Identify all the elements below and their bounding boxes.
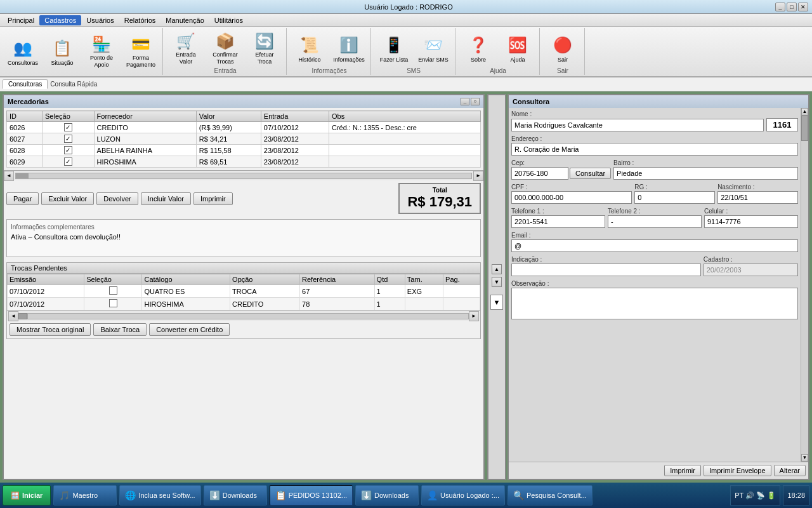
taskbar-pedidos[interactable]: 📋 PEDIDOS 13102... [270, 485, 353, 505]
taskbar-usuario[interactable]: 👤 Usuário Logado :... [421, 485, 505, 505]
trocas-scroll-left[interactable]: ◄ [8, 311, 18, 321]
tool-consultoras[interactable]: 👥 Consultoras [4, 32, 42, 70]
trocas-scroll-track[interactable] [27, 313, 469, 319]
imprimir-envelope-button[interactable]: Imprimir Envelope [704, 465, 771, 476]
cell-selecao[interactable] [43, 133, 95, 145]
tool-entrada-valor[interactable]: 🛒 Entrada Valor [167, 29, 205, 67]
row-checkbox[interactable] [64, 146, 72, 154]
trocas-scroll-thumb[interactable] [18, 313, 27, 319]
right-scroll-bar[interactable]: ▲ ▼ [801, 108, 808, 462]
celular-input[interactable] [704, 215, 798, 228]
tool-enviar-sms[interactable]: 📨 Enviar SMS [414, 29, 452, 67]
pagar-button[interactable]: Pagar [6, 192, 39, 205]
cell-selecao[interactable] [43, 156, 95, 168]
tool-sobre[interactable]: ❓ Sobre [459, 29, 497, 67]
scroll-track-bar[interactable] [801, 116, 808, 454]
nascimento-input[interactable] [717, 191, 798, 204]
menu-manutencao[interactable]: Utilitários [209, 15, 248, 25]
scroll-track[interactable] [15, 173, 472, 179]
scroll-right[interactable]: ► [473, 171, 483, 181]
cell-selecao[interactable] [43, 145, 95, 156]
menu-utilitarios[interactable] [248, 19, 258, 22]
endereco-input[interactable] [511, 143, 798, 156]
panel-minimize[interactable]: _ [461, 98, 469, 105]
menu-cadastros[interactable]: Usuários [81, 15, 119, 25]
scroll-down-btn[interactable]: ▼ [801, 454, 808, 462]
menu-principal[interactable]: Cadastros [39, 15, 81, 25]
imprimir-button[interactable]: Imprimir [193, 192, 233, 205]
scroll-left[interactable]: ◄ [4, 171, 14, 181]
tool-ajuda[interactable]: 🆘 Ajuda [499, 29, 537, 67]
rg-input[interactable] [634, 191, 715, 204]
maximize-btn[interactable]: □ [787, 3, 797, 11]
table-row[interactable]: 6028 ABELHA RAINHA R$ 115,58 23/08/2012 [7, 145, 481, 156]
tel2-input[interactable] [608, 215, 702, 228]
panel-restore[interactable]: ○ [471, 98, 480, 105]
taskbar-softw[interactable]: 🌐 Inclua seu Softw... [119, 485, 200, 505]
tool-fazer-lista[interactable]: 📱 Fazer Lista [375, 29, 413, 67]
imprimir-consultora-button[interactable]: Imprimir [664, 465, 701, 476]
tool-informacoes[interactable]: ℹ️ Informações [330, 29, 368, 67]
table-row[interactable]: 6029 HIROSHIMA R$ 69,51 23/08/2012 [7, 156, 481, 168]
menu-atalhos[interactable]: Principal [3, 15, 39, 25]
trocas-scroll[interactable]: ◄ ► [7, 311, 480, 321]
converter-button[interactable]: Converter em Crédito [149, 323, 230, 336]
troca-checkbox[interactable] [109, 286, 117, 295]
excluir-button[interactable]: Excluir Valor [41, 192, 94, 205]
menu-relatorios[interactable]: Manutenção [160, 15, 209, 25]
taskbar-downloads2[interactable]: ⬇️ Downloads [355, 485, 419, 505]
baixar-troca-button[interactable]: Baixar Troca [93, 323, 147, 336]
cell-selecao[interactable] [43, 122, 95, 133]
row-checkbox[interactable] [64, 157, 72, 166]
cpf-input[interactable] [511, 191, 632, 204]
tool-sair[interactable]: 🔴 Sair [544, 29, 582, 67]
table-row[interactable]: 6027 LUZON R$ 34,21 23/08/2012 [7, 133, 481, 145]
devolver-button[interactable]: Devolver [96, 192, 138, 205]
bairro-input[interactable] [613, 167, 798, 180]
tel1-input[interactable] [511, 215, 605, 228]
start-button[interactable]: 🪟 Iniciar [3, 485, 51, 505]
lang-label: PT [735, 491, 743, 499]
trow-selecao[interactable] [84, 298, 142, 311]
close-btn[interactable]: ✕ [798, 3, 808, 11]
email-input[interactable] [511, 239, 798, 252]
taskbar-maestro[interactable]: 🎵 Maestro [53, 485, 117, 505]
menu-usuarios[interactable]: Relatórios [119, 15, 161, 25]
trow-selecao[interactable] [84, 285, 142, 298]
troca-checkbox[interactable] [109, 299, 117, 307]
scroll-up-btn[interactable]: ▲ [801, 108, 808, 116]
nav-down-btn[interactable]: ▼ [492, 277, 502, 287]
trocas-row[interactable]: 07/10/2012 QUATRO ES TROCA 67 1 EXG [8, 285, 480, 298]
incluir-button[interactable]: Incluir Valor [141, 192, 191, 205]
consultora-panel: Consultora Nome : 1161 Endereço : [508, 94, 809, 480]
dropdown-small[interactable]: ▼ [490, 295, 503, 310]
entrada-valor-icon: 🛒 [174, 31, 197, 51]
sub-tab-consultoras[interactable]: Consultoras [3, 79, 48, 89]
indicacao-input[interactable] [511, 264, 701, 276]
tool-confirmar-trocas[interactable]: 📦 Confirmar Trocas [206, 29, 244, 67]
scroll-thumb[interactable] [801, 116, 808, 141]
alterar-button[interactable]: Alterar [774, 465, 806, 476]
trocas-scroll-right[interactable]: ► [469, 311, 479, 321]
consultar-button[interactable]: Consultar [570, 168, 611, 179]
minimize-btn[interactable]: _ [775, 3, 785, 11]
tool-historico[interactable]: 📜 Histórico [291, 29, 329, 67]
tool-ponto-apoio[interactable]: 🏪 Ponto de Apoio [82, 32, 121, 70]
tool-efetuar-troca[interactable]: 🔄 Efetuar Troca [246, 29, 284, 67]
row-checkbox[interactable] [64, 123, 72, 131]
taskbar-pesquisa[interactable]: 🔍 Pesquisa Consult... [508, 485, 593, 505]
obs-textarea[interactable] [511, 288, 798, 319]
obs-label: Observação : [511, 280, 798, 287]
tool-forma-pagamento[interactable]: 💳 Forma Pagamento [122, 32, 160, 70]
nav-up-btn[interactable]: ▲ [492, 264, 502, 274]
tool-situacao[interactable]: 📋 Situação [43, 32, 81, 70]
mostrar-troca-button[interactable]: Mostrar Troca original [10, 323, 91, 336]
h-scroll[interactable]: ◄ ► [4, 170, 483, 180]
table-row[interactable]: 6026 CREDITO (R$ 39,99) 07/10/2012 Créd.… [7, 122, 481, 133]
taskbar-downloads1[interactable]: ⬇️ Downloads [204, 485, 267, 505]
cep-input[interactable] [511, 167, 568, 180]
nome-input[interactable] [511, 119, 764, 131]
trocas-row[interactable]: 07/10/2012 HIROSHIMA CREDITO 78 1 [8, 298, 480, 311]
row-checkbox[interactable] [64, 135, 72, 143]
cadastro-input[interactable] [704, 264, 798, 276]
